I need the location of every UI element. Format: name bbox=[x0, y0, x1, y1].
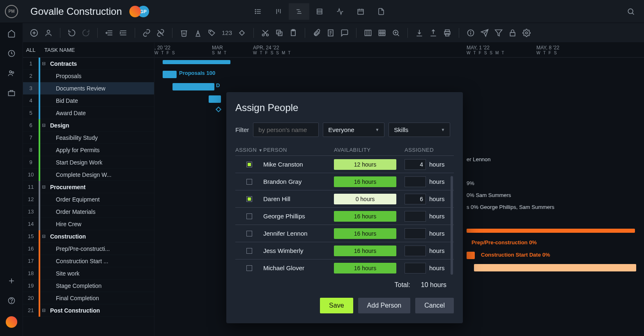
filter-everyone-select[interactable]: Everyone▼ bbox=[323, 123, 384, 137]
hours-input[interactable] bbox=[405, 228, 426, 239]
assign-checkbox[interactable] bbox=[246, 196, 252, 202]
search-icon[interactable] bbox=[623, 7, 639, 16]
app-logo[interactable]: PM bbox=[5, 5, 18, 18]
info-icon[interactable] bbox=[467, 29, 475, 37]
task-row[interactable]: 14Hire Crew bbox=[23, 218, 154, 230]
columns-icon[interactable] bbox=[364, 29, 372, 37]
assign-checkbox[interactable] bbox=[246, 248, 252, 254]
task-row[interactable]: 18Site work bbox=[23, 267, 154, 280]
view-sheet-icon[interactable] bbox=[309, 3, 330, 20]
view-gantt-icon[interactable] bbox=[289, 3, 309, 20]
task-row[interactable]: 17Construction Start ... bbox=[23, 255, 154, 267]
avatar-icon[interactable] bbox=[129, 6, 141, 17]
comment-icon[interactable] bbox=[340, 29, 349, 37]
expand-icon[interactable]: ⊟ bbox=[42, 308, 48, 313]
redo-icon[interactable] bbox=[82, 29, 90, 37]
col-person[interactable]: PERSON bbox=[263, 147, 334, 153]
text-color-icon[interactable] bbox=[194, 29, 202, 37]
view-file-icon[interactable] bbox=[371, 3, 391, 20]
plus-circle-icon[interactable] bbox=[30, 28, 39, 37]
link-icon[interactable] bbox=[143, 29, 151, 37]
task-row[interactable]: 20Final Completion bbox=[23, 292, 154, 304]
task-row[interactable]: 16Prep/Pre-constructi... bbox=[23, 243, 154, 255]
assign-checkbox[interactable] bbox=[246, 213, 252, 219]
undo-icon[interactable] bbox=[68, 29, 76, 37]
diamond-icon[interactable] bbox=[238, 29, 246, 37]
task-row[interactable]: 1⊟Contracts bbox=[23, 58, 154, 70]
task-row[interactable]: 21⊟Post Construction bbox=[23, 304, 154, 317]
save-button[interactable]: Save bbox=[320, 298, 353, 313]
task-row[interactable]: 8Apply for Permits bbox=[23, 144, 154, 156]
zoom-icon[interactable] bbox=[392, 29, 400, 37]
assign-checkbox[interactable] bbox=[246, 179, 252, 185]
task-row[interactable]: 7Feasibility Study bbox=[23, 132, 154, 144]
gantt-bar[interactable] bbox=[474, 264, 636, 271]
gantt-bar[interactable] bbox=[163, 60, 230, 64]
tag-icon[interactable] bbox=[208, 29, 216, 37]
gantt-bar[interactable] bbox=[163, 71, 177, 78]
task-row[interactable]: 13Order Materials bbox=[23, 206, 154, 218]
assign-checkbox[interactable] bbox=[246, 265, 252, 271]
hours-input[interactable] bbox=[405, 211, 426, 222]
person-icon[interactable] bbox=[44, 29, 53, 37]
col-assigned[interactable]: ASSIGNED bbox=[405, 147, 454, 153]
hours-input[interactable] bbox=[405, 194, 426, 204]
filter-input[interactable] bbox=[253, 123, 319, 137]
hours-input[interactable] bbox=[405, 263, 426, 273]
task-row[interactable]: 10Complete Design W... bbox=[23, 169, 154, 181]
task-row[interactable]: 2Proposals bbox=[23, 70, 154, 82]
hours-input[interactable] bbox=[405, 176, 426, 187]
indent-icon[interactable] bbox=[119, 29, 127, 37]
gantt-bar[interactable] bbox=[209, 95, 221, 103]
gantt-bar[interactable] bbox=[467, 252, 475, 259]
clock-icon[interactable] bbox=[7, 49, 16, 58]
avatar-group[interactable]: GP bbox=[129, 6, 149, 17]
task-row[interactable]: 5Award Date bbox=[23, 107, 154, 119]
gantt-bar[interactable] bbox=[172, 83, 214, 90]
gear-icon[interactable] bbox=[522, 29, 531, 37]
expand-icon[interactable]: ⊟ bbox=[42, 123, 48, 128]
view-board-icon[interactable] bbox=[268, 3, 289, 20]
attach-icon[interactable] bbox=[313, 29, 321, 37]
task-row[interactable]: 12Order Equipment bbox=[23, 193, 154, 206]
cancel-button[interactable]: Cancel bbox=[415, 298, 454, 313]
paste-icon[interactable] bbox=[289, 29, 297, 37]
lock-icon[interactable] bbox=[508, 29, 517, 37]
send-icon[interactable] bbox=[481, 29, 489, 37]
assign-checkbox[interactable] bbox=[246, 162, 252, 167]
print-icon[interactable] bbox=[443, 29, 451, 37]
view-activity-icon[interactable] bbox=[330, 3, 350, 20]
task-row[interactable]: 15⊟Construction bbox=[23, 230, 154, 243]
expand-icon[interactable]: ⊟ bbox=[42, 184, 48, 190]
task-row[interactable]: 19Stage Completion bbox=[23, 280, 154, 292]
task-row[interactable]: 11⊟Procurement bbox=[23, 181, 154, 193]
briefcase-icon[interactable] bbox=[7, 89, 16, 97]
trash-icon[interactable] bbox=[180, 29, 188, 37]
note-icon[interactable] bbox=[327, 29, 335, 37]
hours-input[interactable] bbox=[405, 246, 426, 256]
column-all[interactable]: ALL bbox=[23, 47, 39, 53]
gantt-bar[interactable] bbox=[467, 229, 635, 233]
add-icon[interactable] bbox=[7, 277, 16, 285]
unlink-icon[interactable] bbox=[156, 29, 165, 37]
task-row[interactable]: 4Bid Date bbox=[23, 95, 154, 107]
view-list-icon[interactable] bbox=[248, 3, 268, 20]
assign-checkbox[interactable] bbox=[246, 231, 252, 236]
filter-skills-select[interactable]: Skills▼ bbox=[389, 123, 450, 137]
col-assign[interactable]: ASSIGN ▼ bbox=[235, 147, 263, 153]
filter-icon[interactable] bbox=[494, 29, 503, 37]
people-icon[interactable] bbox=[7, 69, 16, 77]
cut-icon[interactable] bbox=[261, 29, 269, 37]
home-icon[interactable] bbox=[7, 30, 16, 38]
col-availability[interactable]: AVAILABILITY bbox=[334, 147, 405, 153]
task-row[interactable]: 3Documents Review bbox=[23, 82, 154, 95]
scrollbar[interactable] bbox=[451, 176, 453, 275]
expand-icon[interactable]: ⊟ bbox=[42, 234, 48, 239]
add-person-button[interactable]: Add Person bbox=[358, 298, 411, 313]
column-taskname[interactable]: TASK NAME bbox=[40, 47, 75, 53]
task-row[interactable]: 9Start Design Work bbox=[23, 156, 154, 169]
expand-icon[interactable]: ⊟ bbox=[42, 61, 48, 66]
hours-input[interactable] bbox=[405, 159, 426, 170]
milestone-diamond-icon[interactable] bbox=[215, 106, 222, 113]
help-icon[interactable] bbox=[7, 297, 16, 305]
